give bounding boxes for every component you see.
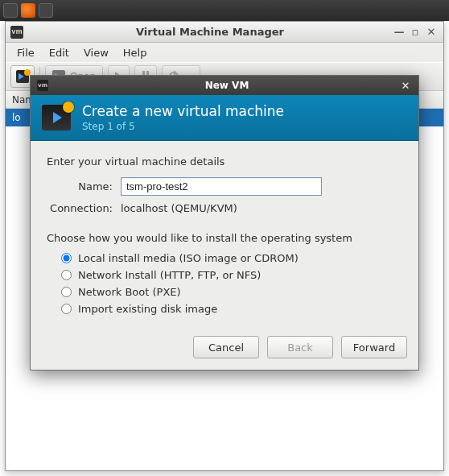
desktop-taskbar: [0, 0, 449, 21]
name-row: Name:: [47, 177, 402, 196]
maximize-button[interactable]: ▫: [408, 26, 422, 39]
radio-input[interactable]: [61, 304, 72, 314]
vm-row-label: lo: [12, 112, 21, 123]
connection-label: Connection:: [47, 202, 121, 214]
menu-file[interactable]: File: [10, 45, 41, 60]
radio-label: Import existing disk image: [78, 303, 217, 315]
connection-value: localhost (QEMU/KVM): [121, 202, 237, 214]
banner-vm-icon: [42, 105, 71, 130]
banner-heading: Create a new virtual machine: [82, 103, 284, 119]
new-vm-dialog: vm New VM ✕ Create a new virtual machine…: [30, 75, 419, 370]
radio-local-media[interactable]: Local install media (ISO image or CDROM): [61, 252, 402, 264]
connection-row: Connection: localhost (QEMU/KVM): [47, 202, 402, 214]
window-titlebar[interactable]: vm Virtual Machine Manager — ▫ ✕: [6, 22, 443, 43]
radio-input[interactable]: [61, 270, 72, 280]
cancel-button[interactable]: Cancel: [193, 336, 259, 358]
radio-network-install[interactable]: Network Install (HTTP, FTP, or NFS): [61, 269, 402, 281]
install-prompt: Choose how you would like to install the…: [47, 232, 402, 244]
minimize-button[interactable]: —: [392, 26, 406, 39]
menu-view[interactable]: View: [77, 45, 115, 60]
taskbar-icon: [39, 3, 53, 18]
dialog-footer: Cancel Back Forward: [31, 328, 418, 370]
radio-label: Local install media (ISO image or CDROM): [78, 252, 299, 264]
name-label: Name:: [47, 180, 121, 192]
back-button: Back: [267, 336, 333, 358]
new-star-icon: [63, 101, 74, 113]
banner-step: Step 1 of 5: [82, 121, 284, 132]
dialog-title: New VM: [55, 80, 399, 91]
dialog-icon: vm: [37, 80, 48, 91]
radio-network-boot[interactable]: Network Boot (PXE): [61, 286, 402, 298]
details-prompt: Enter your virtual machine details: [47, 155, 402, 168]
radio-label: Network Boot (PXE): [78, 286, 181, 298]
forward-button[interactable]: Forward: [341, 336, 407, 358]
dialog-titlebar[interactable]: vm New VM ✕: [31, 76, 418, 95]
menu-edit[interactable]: Edit: [43, 45, 76, 60]
dialog-body: Enter your virtual machine details Name:…: [31, 141, 418, 328]
window-title: Virtual Machine Manager: [30, 26, 390, 38]
taskbar-icon-firefox[interactable]: [21, 3, 35, 18]
menubar: File Edit View Help: [6, 43, 443, 62]
close-button[interactable]: ✕: [424, 26, 439, 39]
radio-input[interactable]: [61, 287, 72, 297]
install-method-group: Local install media (ISO image or CDROM)…: [61, 252, 402, 315]
radio-input[interactable]: [61, 253, 72, 263]
app-icon: vm: [10, 26, 23, 39]
menu-help[interactable]: Help: [117, 45, 154, 60]
name-input[interactable]: [121, 177, 322, 196]
radio-label: Network Install (HTTP, FTP, or NFS): [78, 269, 261, 281]
dialog-close-button[interactable]: ✕: [399, 79, 412, 92]
radio-import-disk[interactable]: Import existing disk image: [61, 303, 402, 315]
taskbar-icon: [3, 3, 18, 18]
dialog-banner: Create a new virtual machine Step 1 of 5: [31, 95, 418, 141]
